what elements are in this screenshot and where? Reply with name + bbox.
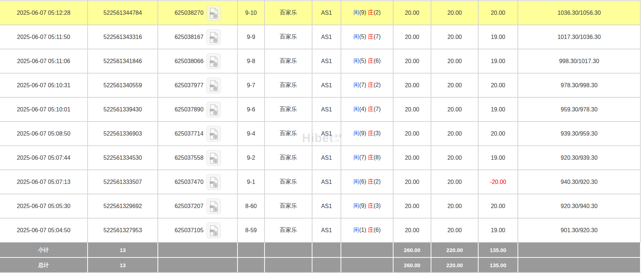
video-replay-button[interactable] <box>206 126 221 142</box>
video-replay-button[interactable] <box>206 222 221 238</box>
video-replay-button[interactable] <box>206 53 221 69</box>
table-row[interactable]: 2025-06-07 05:10:01 522561339430 6250378… <box>0 97 640 122</box>
balance-cell: 940.30/920.30 <box>518 170 640 194</box>
video-replay-button[interactable] <box>206 102 221 118</box>
table-row[interactable]: 2025-06-07 05:12:28 522561344784 6250382… <box>0 1 640 25</box>
banker-score: (2) <box>374 82 381 88</box>
summary-label-cell: 小计 <box>0 242 88 257</box>
time-cell: 2025-06-07 05:11:50 <box>0 25 88 49</box>
video-replay-button[interactable] <box>206 174 221 190</box>
summary-row: 总计 13 260.00 220.00 135.00 <box>0 257 640 273</box>
player-label: 闲 <box>354 154 359 160</box>
round-cell: 9-7 <box>237 73 265 97</box>
summary-winloss-cell: 135.00 <box>478 257 518 273</box>
banker-label: 庄 <box>368 130 374 136</box>
summary-count-cell: 13 <box>88 242 158 257</box>
round-cell: 9-8 <box>237 49 265 73</box>
result-cell: 闲(6) 庄(2) <box>341 170 393 194</box>
table-row[interactable]: 2025-06-07 05:11:50 522561343316 6250381… <box>0 25 640 49</box>
bet-amount-cell[interactable]: 20.00 <box>393 25 431 49</box>
bet-table-body: 2025-06-07 05:12:28 522561344784 6250382… <box>0 0 640 273</box>
balance-cell: 920.30/939.30 <box>518 146 640 170</box>
summary-bet-cell: 260.00 <box>393 257 431 273</box>
result-cell: 闲(5) 庄(7) <box>341 25 393 49</box>
table-row[interactable]: 2025-06-07 05:10:31 522561340559 6250379… <box>0 73 640 97</box>
bet-amount-cell[interactable]: 20.00 <box>393 146 431 170</box>
empty-cell <box>341 257 393 273</box>
player-score: (5) <box>359 34 367 40</box>
time-cell: 2025-06-07 05:11:06 <box>0 49 88 73</box>
video-replay-button[interactable] <box>206 150 221 166</box>
result-cell: 闲(4) 庄(7) <box>341 97 393 122</box>
winloss-cell: 20.00 <box>478 122 518 146</box>
result-cell: 闲(9) 庄(2) <box>341 1 393 25</box>
winloss-cell: 19.00 <box>478 218 518 242</box>
video-replay-button[interactable] <box>206 198 221 214</box>
empty-cell <box>237 257 265 273</box>
player-label: 闲 <box>354 203 359 209</box>
bet-amount-cell[interactable]: 20.00 <box>393 218 431 242</box>
video-file-icon <box>209 80 219 92</box>
player-score: (1) <box>359 227 367 233</box>
game-ref-number: 625037470 <box>174 179 203 185</box>
bet-history-screen: 2025-06-07 05:12:28 522561344784 6250382… <box>0 0 644 278</box>
summary-valid-cell: 220.00 <box>431 242 478 257</box>
banker-score: (3) <box>374 203 381 209</box>
balance-cell: 1017.30/1036.30 <box>518 25 640 49</box>
table-row[interactable]: 2025-06-07 05:07:44 522561334530 6250375… <box>0 146 640 170</box>
player-score: (9) <box>359 130 367 136</box>
banker-label: 庄 <box>368 227 374 233</box>
banker-label: 庄 <box>368 154 374 160</box>
table-name-cell: AS1 <box>312 170 341 194</box>
table-row[interactable]: 2025-06-07 05:07:13 522561333507 6250374… <box>0 170 640 194</box>
player-score: (9) <box>359 203 367 209</box>
balance-cell: 959.30/978.30 <box>518 97 640 122</box>
bet-amount-cell[interactable]: 20.00 <box>393 122 431 146</box>
table-row[interactable]: 2025-06-07 05:05:30 522561329692 6250372… <box>0 194 640 218</box>
player-label: 闲 <box>354 82 359 88</box>
balance-cell: 1036.30/1056.30 <box>518 1 640 25</box>
table-row[interactable]: 2025-06-07 05:11:06 522561341846 6250380… <box>0 49 640 73</box>
banker-label: 庄 <box>368 203 374 209</box>
valid-amount-cell: 20.00 <box>431 194 478 218</box>
game-ref-number: 625037714 <box>174 131 203 137</box>
round-cell: 8-60 <box>237 194 265 218</box>
winloss-cell: 19.00 <box>478 25 518 49</box>
bet-amount-cell[interactable]: 20.00 <box>393 97 431 122</box>
game-name-cell: 百家乐 <box>265 218 312 242</box>
table-name-cell: AS1 <box>312 97 341 122</box>
empty-cell <box>341 242 393 257</box>
table-row[interactable]: 2025-06-07 05:04:50 522561327953 6250371… <box>0 218 640 242</box>
video-replay-button[interactable] <box>206 78 221 93</box>
round-cell: 9-4 <box>237 122 265 146</box>
time-cell: 2025-06-07 05:04:50 <box>0 218 88 242</box>
game-name-cell: 百家乐 <box>265 146 312 170</box>
bet-amount-cell[interactable]: 20.00 <box>393 49 431 73</box>
player-label: 闲 <box>354 9 359 16</box>
winloss-cell: 20.00 <box>478 1 518 25</box>
bet-amount-cell[interactable]: 20.00 <box>393 170 431 194</box>
winloss-cell: 19.00 <box>478 97 518 122</box>
empty-cell <box>237 242 265 257</box>
video-file-icon <box>209 177 219 188</box>
video-replay-button[interactable] <box>206 29 221 45</box>
bet-id-cell: 522561339430 <box>88 97 158 122</box>
game-ref-cell: 625037714 <box>158 122 237 146</box>
video-file-icon <box>209 32 219 43</box>
game-ref-number: 625037890 <box>174 106 203 112</box>
game-ref-cell: 625037105 <box>158 218 237 242</box>
table-name-cell: AS1 <box>312 49 341 73</box>
table-name-cell: AS1 <box>312 146 341 170</box>
bet-amount-cell[interactable]: 20.00 <box>393 1 431 25</box>
player-label: 闲 <box>354 106 359 112</box>
banker-label: 庄 <box>368 58 374 64</box>
table-name-cell: AS1 <box>312 194 341 218</box>
bet-amount-cell[interactable]: 20.00 <box>393 73 431 97</box>
video-replay-button[interactable] <box>206 5 221 21</box>
time-cell: 2025-06-07 05:10:31 <box>0 73 88 97</box>
summary-row: 小计 13 260.00 220.00 135.00 <box>0 242 640 257</box>
banker-score: (3) <box>374 130 381 136</box>
video-file-icon <box>209 153 219 164</box>
table-row[interactable]: 2025-06-07 05:08:50 522561336903 6250377… <box>0 122 640 146</box>
bet-amount-cell[interactable]: 20.00 <box>393 194 431 218</box>
